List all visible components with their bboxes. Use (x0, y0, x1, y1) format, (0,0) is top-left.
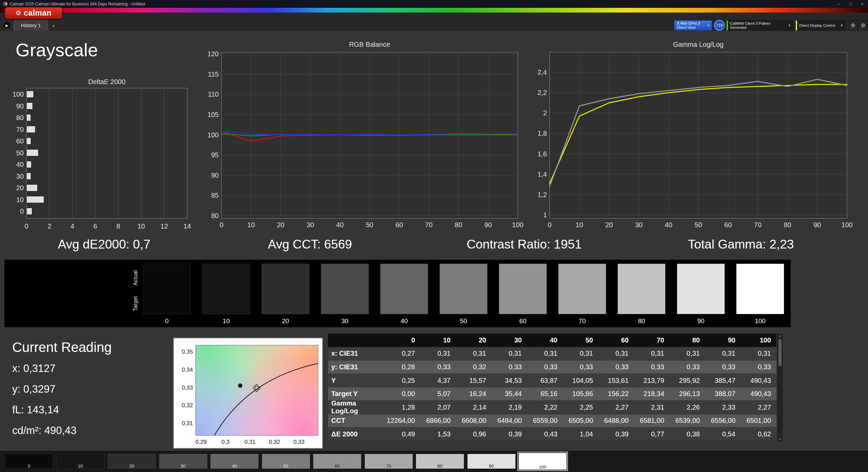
svg-text:30: 30 (635, 221, 643, 229)
table-scrollbar[interactable]: ▲ ▼ (777, 334, 783, 441)
level-button-20[interactable]: 20 (107, 453, 156, 469)
svg-text:90: 90 (484, 221, 492, 229)
target-row-label: Target (133, 292, 140, 316)
svg-text:0,33: 0,33 (182, 385, 193, 391)
level-button-40[interactable]: 40 (210, 453, 259, 469)
table-cell: 5,07 (420, 387, 456, 401)
svg-text:60: 60 (16, 137, 24, 145)
table-cell: 2,25 (563, 401, 598, 414)
gamma-plot: 010203040506070809010011,21,41,61,822,22… (532, 49, 854, 232)
reading-x: x: 0,3127 (12, 362, 112, 375)
grayscale-patch-label: 100 (736, 317, 784, 325)
current-reading-panel: Current Reading x: 0,3127 y: 0,3297 fL: … (12, 340, 112, 445)
rgb-balance-chart: RGB Balance 0102030405060708090100808590… (203, 41, 526, 233)
level-button-100[interactable]: 100 (518, 452, 567, 470)
minimize-button[interactable]: – (833, 0, 845, 8)
current-reading-title: Current Reading (12, 340, 112, 355)
svg-text:20: 20 (16, 184, 24, 192)
table-cell: 1,53 (420, 428, 456, 441)
grayscale-patch-label: 0 (143, 317, 191, 325)
play-icon: ▶ (5, 23, 8, 27)
table-cell: 0,62 (741, 428, 776, 441)
table-cell: 0,77 (634, 428, 670, 441)
table-cell: 218,34 (634, 387, 670, 401)
scroll-down-icon[interactable]: ▼ (778, 438, 782, 441)
table-cell: 153,61 (598, 374, 634, 388)
svg-text:105: 105 (208, 111, 219, 118)
svg-text:0: 0 (548, 221, 551, 229)
pattern-generator-dropdown[interactable]: CalMAN Client 3 Pattern Generator ▼ (727, 20, 793, 31)
level-button-0[interactable]: 0 (4, 453, 54, 469)
table-cell: 2,33 (705, 401, 741, 414)
display-control-dropdown[interactable]: Direct Display Control ▼ (796, 20, 845, 31)
level-button-80[interactable]: 80 (415, 453, 465, 469)
page-title: Grayscale (16, 39, 98, 60)
table-cell: 0,33 (420, 360, 456, 374)
grayscale-patch-20 (261, 263, 310, 314)
gear-icon: ⚙ (16, 9, 21, 17)
bottom-bar: 0102030405060708090100 Back Next (0, 451, 868, 472)
svg-text:70: 70 (425, 221, 433, 229)
level-button-10[interactable]: 10 (56, 453, 105, 469)
level-button-label: 100 (518, 465, 567, 470)
svg-text:0,31: 0,31 (244, 439, 256, 445)
level-button-50[interactable]: 50 (261, 453, 311, 469)
level-button-70[interactable]: 70 (364, 453, 413, 469)
svg-text:50: 50 (366, 221, 373, 229)
settings-button[interactable]: ⚙ (848, 20, 858, 31)
window-title: Calman 2025 Calman Ultimate for Business… (10, 2, 145, 6)
play-button[interactable]: ▶ (3, 21, 11, 29)
table-cell: 2,31 (634, 401, 670, 414)
table-row-label: Gamma Log/Log (328, 401, 385, 414)
maximize-button[interactable]: □ (845, 0, 856, 8)
reading-fl: fL: 143,14 (12, 404, 112, 416)
table-column-header: 70 (634, 334, 670, 347)
table-cell: 0,31 (456, 347, 492, 361)
close-button[interactable]: × (856, 0, 868, 8)
table-cell: 213,79 (634, 374, 670, 388)
tab-history-1[interactable]: History 1 (14, 20, 48, 31)
table-cell: 6866,00 (420, 414, 456, 428)
tab-menu-button[interactable]: ▼ (50, 23, 57, 29)
level-button-90[interactable]: 90 (467, 453, 516, 469)
table-cell: 0,31 (492, 347, 527, 361)
grayscale-patch-30 (321, 263, 369, 314)
table-cell: 0,31 (563, 347, 598, 361)
scroll-up-icon[interactable]: ▲ (778, 334, 782, 337)
table-cell: 6559,00 (527, 414, 563, 428)
svg-text:90: 90 (16, 102, 24, 110)
level-button-60[interactable]: 60 (313, 453, 362, 469)
table-cell: 0,33 (492, 360, 527, 374)
meter-count-badge[interactable]: 719 (714, 20, 725, 31)
level-button-label: 40 (210, 464, 259, 469)
reading-cdm2: cd/m²: 490,43 (12, 425, 112, 437)
svg-text:0,32: 0,32 (269, 439, 280, 445)
scrollbar-thumb[interactable] (778, 339, 782, 366)
svg-text:90: 90 (813, 221, 821, 229)
svg-text:20: 20 (277, 221, 284, 229)
table-cell: 0,33 (705, 360, 741, 374)
table-cell: 2,26 (670, 401, 705, 414)
table-cell: 490,43 (741, 387, 776, 401)
logo-text: calman (24, 8, 52, 18)
deltae-plot: 024681012140102030405060708090100 (12, 86, 193, 232)
svg-text:0,35: 0,35 (182, 349, 193, 355)
workflow-settings-button[interactable]: ⚙ (859, 20, 868, 31)
svg-text:100: 100 (512, 221, 523, 229)
svg-text:50: 50 (16, 149, 24, 157)
avg-cct-stat: Avg CCT: 6569 (268, 237, 352, 252)
grayscale-swatch-panel: Actual Target 0102030405060708090100 (4, 260, 791, 327)
table-cell: 6581,00 (634, 414, 670, 428)
avg-de2000-stat: Avg dE2000: 0,7 (58, 237, 151, 252)
svg-text:70: 70 (754, 221, 762, 229)
meter-dropdown[interactable]: X-Rite i1Pro 3 Direct View ▼ (674, 20, 712, 31)
level-button-label: 20 (107, 464, 156, 469)
svg-text:1,6: 1,6 (537, 150, 547, 158)
level-button-30[interactable]: 30 (159, 453, 208, 469)
table-column-header: 90 (705, 334, 741, 347)
table-cell: 6539,00 (670, 414, 705, 428)
table-cell: 15,57 (456, 374, 492, 388)
svg-text:12: 12 (160, 222, 168, 230)
table-cell: 16,24 (456, 387, 492, 401)
table-cell: 156,22 (598, 387, 634, 401)
